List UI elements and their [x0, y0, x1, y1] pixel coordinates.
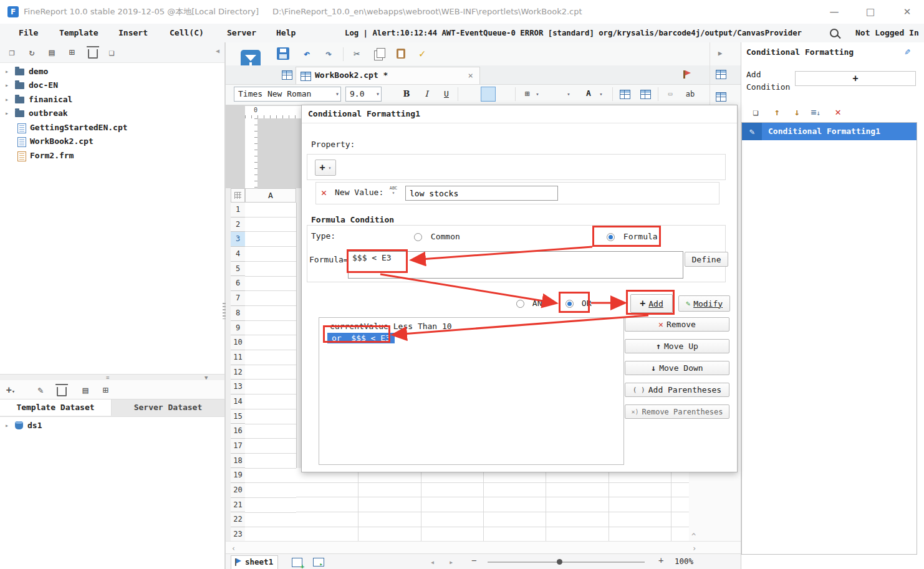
add-property-button[interactable]: + ▾: [315, 160, 336, 176]
font-size-select[interactable]: 9.0 ▾: [345, 87, 382, 102]
expand-panel-icon[interactable]: ▶: [713, 46, 728, 61]
row-header-13[interactable]: 13: [231, 380, 245, 394]
paste-button[interactable]: [394, 46, 409, 61]
switch-directory-icon[interactable]: ❐: [5, 45, 19, 59]
row-header-7[interactable]: 7: [231, 291, 245, 306]
column-header-a[interactable]: A: [245, 188, 296, 203]
zoom-slider-track[interactable]: [488, 562, 645, 563]
move-down-icon[interactable]: ↓: [789, 105, 805, 120]
log-alert-status[interactable]: Log | Alert:10:12:44 AWT-EventQueue-0 ER…: [345, 24, 802, 42]
row-header-5[interactable]: 5: [231, 262, 245, 277]
row-header-6[interactable]: 6: [231, 276, 245, 291]
search-icon[interactable]: [830, 29, 839, 37]
row-header-3[interactable]: 3: [231, 232, 245, 247]
tree-item-demo[interactable]: ▸ demo: [0, 65, 224, 79]
template-list-icon[interactable]: [282, 70, 292, 80]
cell-style-icon[interactable]: ▭: [663, 87, 678, 102]
move-up-icon[interactable]: ↑: [769, 105, 785, 120]
panel-condition-list[interactable]: ✎ Conditional Formatting1: [741, 122, 917, 555]
sort-conditions-icon[interactable]: ≡↓: [807, 105, 824, 120]
italic-button[interactable]: I: [419, 87, 434, 102]
copy-condition-icon[interactable]: ❏: [748, 105, 764, 120]
merge-cells-button[interactable]: [617, 87, 632, 102]
fill-dropdown-icon[interactable]: ▾: [565, 87, 572, 102]
row-header-16[interactable]: 16: [231, 424, 245, 439]
radio-formula[interactable]: Formula: [607, 232, 658, 241]
value-type-abc-icon[interactable]: ABC ▾: [386, 186, 401, 198]
close-button[interactable]: ✕: [898, 5, 917, 19]
dataset-config-icon[interactable]: ⊞: [99, 383, 112, 397]
delete-dataset-icon[interactable]: [54, 383, 67, 397]
modify-condition-button[interactable]: ✎ Modify: [678, 295, 730, 312]
radio-common[interactable]: Common: [414, 232, 460, 241]
scroll-left-icon[interactable]: ‹: [231, 543, 236, 554]
cell-element-panel-icon[interactable]: [716, 70, 726, 79]
row-header-19[interactable]: 19: [231, 468, 245, 483]
zoom-slider-handle[interactable]: [557, 559, 562, 565]
row-header-23[interactable]: 23: [231, 527, 245, 542]
define-button[interactable]: Define: [685, 252, 728, 267]
row-header-10[interactable]: 10: [231, 335, 245, 350]
next-sheet-icon[interactable]: ▸: [449, 557, 453, 568]
add-parentheses-button[interactable]: ( ) Add Parentheses: [625, 383, 729, 397]
row-header-14[interactable]: 14: [231, 394, 245, 409]
border-button[interactable]: ⊞: [520, 87, 535, 102]
tab-template-dataset[interactable]: Template Dataset: [0, 399, 112, 416]
align-right-button[interactable]: [498, 87, 513, 102]
move-down-button[interactable]: ↓ Move Down: [625, 361, 729, 375]
template-version-icon[interactable]: ▤: [45, 45, 59, 59]
dataset-item-ds1[interactable]: ▸ ds1: [0, 419, 224, 433]
chevron-right-icon[interactable]: ▸: [5, 93, 9, 107]
chevron-right-icon[interactable]: ▸: [5, 107, 9, 120]
row-header-12[interactable]: 12: [231, 365, 245, 380]
cut-button[interactable]: ✂: [349, 46, 364, 61]
sheet-tab[interactable]: sheet1: [231, 555, 278, 569]
remove-button[interactable]: ✕ Remove: [625, 317, 729, 332]
add-dataset-button[interactable]: +▾: [4, 383, 17, 397]
row-header-11[interactable]: 11: [231, 350, 245, 365]
row-header-17[interactable]: 17: [231, 439, 245, 454]
grid-cells[interactable]: [296, 468, 689, 542]
condition-list[interactable]: currentValue Less Than 10 or $$$ < E3: [319, 317, 624, 465]
zoom-in-icon[interactable]: +: [658, 555, 663, 565]
row-header-2[interactable]: 2: [231, 218, 245, 232]
tree-item-outbreak[interactable]: ▸ outbreak: [0, 107, 224, 120]
plugin-manager-icon[interactable]: ⊞: [65, 45, 79, 59]
row-header-18[interactable]: 18: [231, 454, 245, 469]
condition-item-2-selected[interactable]: or $$$ < E3: [327, 333, 395, 343]
preview-dataset-icon[interactable]: ▤: [79, 383, 92, 397]
row-header-15[interactable]: 15: [231, 409, 245, 424]
fill-color-button[interactable]: [550, 87, 565, 102]
menu-template[interactable]: Template: [55, 24, 102, 42]
maximize-button[interactable]: □: [861, 5, 880, 19]
row-header-20[interactable]: 20: [231, 483, 245, 498]
prev-sheet-icon[interactable]: ◂: [430, 557, 435, 568]
row-header-4[interactable]: 4: [231, 247, 245, 262]
menu-help[interactable]: Help: [272, 24, 299, 42]
redo-button[interactable]: ↷: [321, 46, 336, 61]
row-header-8[interactable]: 8: [231, 306, 245, 321]
panel-add-button[interactable]: +: [795, 71, 916, 86]
save-button[interactable]: [276, 46, 291, 61]
unmerge-cells-button[interactable]: [638, 87, 653, 102]
menu-cell[interactable]: Cell(C): [166, 24, 208, 42]
cell-attribute-panel-icon[interactable]: [716, 92, 726, 102]
radio-and[interactable]: AND: [516, 299, 547, 308]
formula-input[interactable]: $$$ < E3: [348, 251, 683, 279]
flag-icon[interactable]: [683, 70, 685, 79]
chevron-right-icon[interactable]: ▸: [5, 419, 9, 433]
delete-template-icon[interactable]: [85, 45, 99, 59]
tree-item-gettingstarted[interactable]: GettingStartedEN.cpt: [0, 121, 224, 135]
minimize-button[interactable]: —: [825, 5, 844, 19]
remove-property-icon[interactable]: ✕: [321, 187, 327, 198]
delete-condition-icon[interactable]: ✕: [830, 105, 846, 120]
border-dropdown-icon[interactable]: ▾: [534, 87, 541, 102]
align-left-button[interactable]: [463, 87, 478, 102]
preview-icon[interactable]: [313, 558, 324, 567]
move-up-button[interactable]: ↑ Move Up: [625, 339, 729, 353]
font-color-button[interactable]: A: [581, 87, 596, 102]
edit-panel-icon[interactable]: ✎: [905, 46, 910, 57]
chevron-right-icon[interactable]: ▸: [5, 65, 9, 79]
row-header-22[interactable]: 22: [231, 512, 245, 527]
chevron-right-icon[interactable]: ▸: [5, 79, 9, 92]
